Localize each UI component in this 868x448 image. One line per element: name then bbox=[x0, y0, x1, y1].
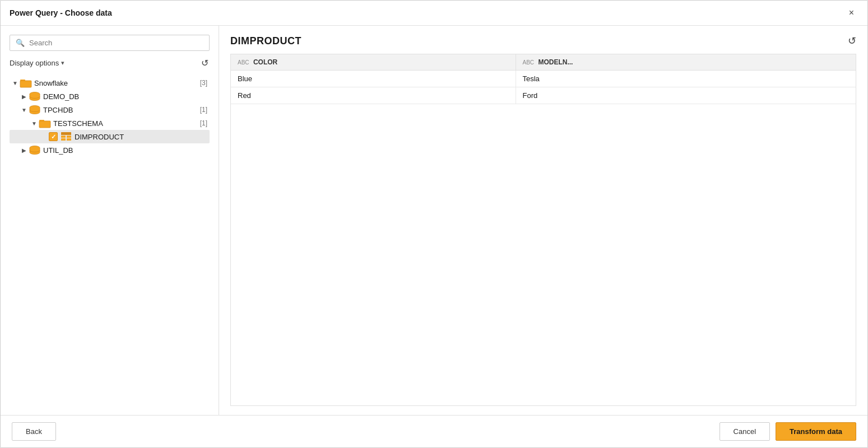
table-icon bbox=[60, 132, 72, 142]
snowflake-count: [3] bbox=[200, 79, 207, 87]
cell-color-1: Blue bbox=[231, 71, 516, 87]
close-button[interactable]: × bbox=[844, 6, 858, 20]
tpchdb-label: TPCHDB bbox=[43, 106, 197, 114]
svg-rect-0 bbox=[20, 81, 31, 87]
tree-area: ▼ Snowflake [3] ▶ bbox=[10, 76, 210, 415]
cancel-button[interactable]: Cancel bbox=[720, 422, 770, 441]
svg-rect-11 bbox=[61, 138, 66, 141]
footer-left: Back bbox=[12, 422, 56, 441]
display-options-label: Display options bbox=[10, 59, 59, 67]
dialog: Power Query - Choose data × 🔍 Display op… bbox=[0, 0, 868, 448]
tree-item-tpchdb[interactable]: ▼ TPCHDB [1] bbox=[10, 103, 210, 116]
tree-item-util-db[interactable]: ▶ UTIL_DB bbox=[10, 143, 210, 157]
left-panel: 🔍 Display options ▾ ↺ ▼ bbox=[1, 26, 219, 415]
tree-item-dimproduct[interactable]: ✓ DIMPRODUCT bbox=[10, 130, 210, 143]
right-panel: DIMPRODUCT ↺ ABC COLOR ABC MODELN.. bbox=[219, 26, 867, 415]
chevron-down-icon: ▾ bbox=[61, 59, 64, 67]
database-icon bbox=[29, 105, 41, 115]
grid-icon bbox=[61, 132, 71, 141]
title-bar: Power Query - Choose data × bbox=[1, 1, 867, 26]
type-icon-modelname: ABC bbox=[523, 59, 535, 66]
toggle-icon: ▶ bbox=[20, 147, 29, 153]
cell-modelname-1: Tesla bbox=[516, 71, 856, 87]
snowflake-label: Snowflake bbox=[34, 79, 197, 87]
search-box: 🔍 bbox=[10, 35, 210, 51]
cell-modelname-2: Ford bbox=[516, 87, 856, 104]
search-icon: 🔍 bbox=[16, 39, 25, 47]
svg-rect-1 bbox=[20, 80, 25, 81]
tree-item-testschema[interactable]: ▼ TESTSCHEMA [1] bbox=[10, 116, 210, 130]
footer-right: Cancel Transform data bbox=[720, 422, 856, 441]
toggle-icon: ▼ bbox=[20, 107, 29, 113]
database-icon bbox=[29, 91, 41, 101]
folder-icon bbox=[20, 78, 32, 88]
tpchdb-count: [1] bbox=[200, 106, 207, 114]
checkbox-icon: ✓ bbox=[49, 132, 58, 141]
search-input[interactable] bbox=[29, 39, 203, 47]
main-content: 🔍 Display options ▾ ↺ ▼ bbox=[1, 26, 867, 415]
toggle-icon: ▼ bbox=[30, 120, 39, 127]
footer: Back Cancel Transform data bbox=[1, 415, 867, 447]
svg-rect-10 bbox=[67, 136, 71, 138]
display-options-row: Display options ▾ ↺ bbox=[10, 57, 210, 69]
table-row: Red Ford bbox=[231, 87, 856, 104]
dialog-title: Power Query - Choose data bbox=[10, 8, 112, 17]
table-header-row: ABC COLOR ABC MODELN... bbox=[231, 54, 856, 71]
preview-table-wrapper: ABC COLOR ABC MODELN... Blue Te bbox=[230, 54, 856, 406]
svg-rect-6 bbox=[39, 120, 44, 122]
column-label-modelname: MODELN... bbox=[538, 58, 573, 66]
util-db-label: UTIL_DB bbox=[43, 146, 210, 155]
svg-rect-5 bbox=[39, 121, 50, 128]
checkmark-icon: ✓ bbox=[51, 134, 56, 140]
folder-icon bbox=[39, 118, 51, 128]
display-options-button[interactable]: Display options ▾ bbox=[10, 59, 64, 67]
dimproduct-label: DIMPRODUCT bbox=[75, 133, 210, 141]
type-icon-color: ABC bbox=[238, 59, 249, 66]
column-label-color: COLOR bbox=[253, 58, 277, 66]
transform-data-button[interactable]: Transform data bbox=[776, 422, 856, 441]
preview-refresh-button[interactable]: ↺ bbox=[848, 35, 856, 47]
testschema-label: TESTSCHEMA bbox=[53, 119, 197, 128]
back-button[interactable]: Back bbox=[12, 422, 56, 441]
toggle-icon: ▼ bbox=[11, 80, 20, 86]
preview-table: ABC COLOR ABC MODELN... Blue Te bbox=[231, 54, 856, 104]
database-icon bbox=[29, 145, 41, 155]
toggle-icon: ▶ bbox=[20, 94, 29, 100]
preview-header: DIMPRODUCT ↺ bbox=[230, 35, 856, 47]
cell-color-2: Red bbox=[231, 87, 516, 104]
column-header-color: ABC COLOR bbox=[231, 54, 516, 71]
refresh-button[interactable]: ↺ bbox=[200, 57, 210, 69]
tree-item-demo-db[interactable]: ▶ DEMO_DB bbox=[10, 90, 210, 103]
svg-rect-12 bbox=[67, 138, 71, 141]
column-header-modelname: ABC MODELN... bbox=[516, 54, 856, 71]
tree-item-snowflake[interactable]: ▼ Snowflake [3] bbox=[10, 76, 210, 90]
table-row: Blue Tesla bbox=[231, 71, 856, 87]
preview-title: DIMPRODUCT bbox=[230, 35, 301, 47]
svg-rect-9 bbox=[61, 136, 66, 138]
svg-rect-8 bbox=[61, 132, 71, 135]
demo-db-label: DEMO_DB bbox=[43, 92, 210, 101]
testschema-count: [1] bbox=[200, 119, 207, 127]
